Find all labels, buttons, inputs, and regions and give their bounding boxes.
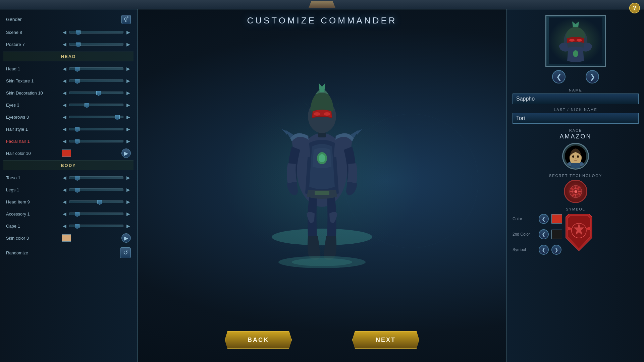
symbol-prev-button[interactable]: ❮ bbox=[539, 245, 549, 255]
randomize-label: Randomize bbox=[6, 250, 118, 255]
slider-thumb-hairstyle bbox=[75, 126, 79, 132]
slider-track-posture[interactable] bbox=[69, 43, 123, 46]
slider-track-cape[interactable] bbox=[69, 225, 123, 227]
name-input[interactable] bbox=[513, 94, 639, 104]
slider-track-eyebrows[interactable] bbox=[69, 116, 123, 118]
slider-track-skin-texture[interactable] bbox=[69, 79, 123, 82]
bottom-buttons: BACK NEXT bbox=[225, 331, 419, 349]
slider-left-head-item[interactable]: ◀ bbox=[62, 199, 67, 204]
svg-point-15 bbox=[324, 112, 330, 116]
left-panel: Gender ⚥ Scene 8 ◀ ▶ Posture 7 ◀ ▶ HEAD … bbox=[0, 9, 138, 362]
slider-right-posture[interactable]: ▶ bbox=[125, 42, 131, 47]
tech-icon[interactable] bbox=[564, 180, 587, 203]
next-button[interactable]: NEXT bbox=[352, 331, 419, 349]
slider-right-hairstyle[interactable]: ▶ bbox=[125, 126, 131, 132]
preview-next-button[interactable]: ❯ bbox=[586, 70, 599, 83]
character-area bbox=[138, 26, 506, 331]
symbol-shape-svg bbox=[566, 214, 592, 251]
slider-track-scene[interactable] bbox=[69, 31, 123, 34]
slider-left-cape[interactable]: ◀ bbox=[62, 223, 67, 229]
slider-left-posture[interactable]: ◀ bbox=[62, 42, 67, 47]
slider-thumb-scene bbox=[76, 29, 80, 35]
randomize-button[interactable]: ↺ bbox=[120, 247, 131, 258]
slider-right-head-item[interactable]: ▶ bbox=[125, 199, 131, 204]
slider-track-torso[interactable] bbox=[69, 176, 123, 179]
color-row: Color ❮ bbox=[513, 214, 562, 224]
slider-track-hairstyle[interactable] bbox=[69, 128, 123, 130]
slider-left-facial-hair[interactable]: ◀ bbox=[62, 138, 67, 144]
slider-track-skin-deco[interactable] bbox=[69, 92, 123, 94]
symbol-next-button[interactable]: ❯ bbox=[551, 245, 561, 255]
svg-point-10 bbox=[319, 154, 325, 162]
slider-row-skin-deco: Skin Decoration 10 ◀ ▶ bbox=[3, 87, 133, 99]
hair-color-next-button[interactable]: ▶ bbox=[121, 148, 131, 158]
race-avatar[interactable] bbox=[562, 143, 589, 170]
slider-right-torso[interactable]: ▶ bbox=[125, 175, 131, 180]
help-button[interactable]: ? bbox=[629, 3, 640, 13]
slider-left-legs[interactable]: ◀ bbox=[62, 187, 67, 192]
symbol-display-area: Color ❮ 2nd Color ❮ Symbol ❮ ❯ bbox=[513, 214, 639, 257]
second-color-row: 2nd Color ❮ bbox=[513, 229, 562, 239]
slider-left-skin-texture[interactable]: ◀ bbox=[62, 78, 67, 83]
second-color-swatch bbox=[551, 230, 562, 239]
preview-character bbox=[549, 17, 602, 64]
second-color-prev-button[interactable]: ❮ bbox=[539, 229, 549, 239]
slider-track-head-item[interactable] bbox=[69, 200, 123, 203]
slider-left-hairstyle[interactable]: ◀ bbox=[62, 126, 67, 132]
slider-label-head: Head 1 bbox=[6, 66, 60, 71]
slider-thumb-head-item bbox=[97, 199, 102, 205]
slider-label-cape: Cape 1 bbox=[6, 224, 60, 229]
preview-prev-button[interactable]: ❮ bbox=[552, 70, 566, 83]
slider-right-eyes[interactable]: ▶ bbox=[125, 102, 131, 108]
last-nick-input[interactable] bbox=[513, 113, 639, 124]
color-prev-button[interactable]: ❮ bbox=[539, 214, 549, 224]
slider-row-scene: Scene 8 ◀ ▶ bbox=[3, 26, 133, 38]
slider-track-eyes[interactable] bbox=[69, 104, 123, 106]
slider-track-legs[interactable] bbox=[69, 188, 123, 191]
svg-rect-27 bbox=[571, 163, 580, 168]
slider-right-scene[interactable]: ▶ bbox=[125, 29, 131, 35]
slider-right-facial-hair[interactable]: ▶ bbox=[125, 138, 131, 144]
body-section-header: BODY bbox=[3, 161, 133, 170]
slider-track-facial-hair[interactable] bbox=[69, 140, 123, 142]
slider-label-accessory: Accessory 1 bbox=[6, 212, 60, 217]
preview-container bbox=[545, 15, 606, 67]
symbol-nav-label: Symbol bbox=[513, 247, 536, 252]
slider-right-accessory[interactable]: ▶ bbox=[125, 211, 131, 217]
slider-left-accessory[interactable]: ◀ bbox=[62, 211, 67, 217]
color-swatch bbox=[551, 214, 562, 224]
slider-right-skin-deco[interactable]: ▶ bbox=[125, 90, 131, 96]
slider-left-torso[interactable]: ◀ bbox=[62, 175, 67, 180]
gender-icon[interactable]: ⚥ bbox=[121, 15, 131, 24]
svg-point-17 bbox=[292, 258, 352, 266]
slider-thumb-skin-deco bbox=[96, 90, 101, 96]
slider-track-head[interactable] bbox=[69, 67, 123, 70]
skin-color-next-button[interactable]: ▶ bbox=[121, 233, 131, 243]
slider-left-scene[interactable]: ◀ bbox=[62, 29, 67, 35]
slider-right-cape[interactable]: ▶ bbox=[125, 223, 131, 229]
character-render bbox=[258, 43, 386, 270]
slider-left-eyes[interactable]: ◀ bbox=[62, 102, 67, 108]
slider-left-skin-deco[interactable]: ◀ bbox=[62, 90, 67, 96]
slider-thumb-cape bbox=[75, 223, 79, 229]
skin-color-label: Skin color 3 bbox=[6, 236, 60, 241]
svg-point-14 bbox=[314, 112, 320, 116]
slider-right-eyebrows[interactable]: ▶ bbox=[125, 114, 131, 120]
race-title: RACE bbox=[513, 128, 639, 132]
svg-rect-11 bbox=[315, 191, 329, 195]
back-button[interactable]: BACK bbox=[225, 331, 292, 349]
page-title: CUSTOMIZE COMMANDER bbox=[247, 15, 397, 26]
symbol-badge bbox=[566, 214, 592, 251]
slider-right-legs[interactable]: ▶ bbox=[125, 187, 131, 192]
svg-point-7 bbox=[272, 229, 372, 245]
slider-right-head[interactable]: ▶ bbox=[125, 66, 131, 71]
slider-label-scene: Scene 8 bbox=[6, 30, 60, 35]
slider-left-eyebrows[interactable]: ◀ bbox=[62, 114, 67, 120]
slider-right-skin-texture[interactable]: ▶ bbox=[125, 78, 131, 83]
hair-color-row: Hair color 10 ▶ bbox=[3, 147, 133, 159]
slider-thumb-accessory bbox=[75, 211, 79, 217]
color-controls: Color ❮ 2nd Color ❮ Symbol ❮ ❯ bbox=[513, 214, 562, 257]
slider-left-head[interactable]: ◀ bbox=[62, 66, 67, 71]
slider-label-posture: Posture 7 bbox=[6, 42, 60, 47]
slider-track-accessory[interactable] bbox=[69, 213, 123, 215]
